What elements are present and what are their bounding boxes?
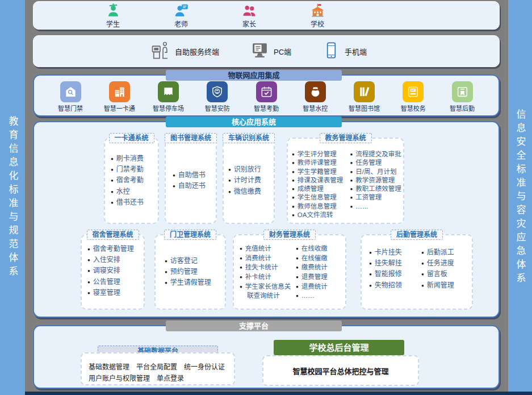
list-item: 缴费统计 <box>296 263 344 272</box>
list-item: 教学资源管理 <box>350 176 401 185</box>
iot-label: 智慧水控 <box>303 103 328 113</box>
list-item: …… <box>296 291 344 301</box>
list-item: 退费管理 <box>296 272 344 282</box>
list-item: 微信缴费 <box>228 186 261 197</box>
iot-label: 智慧校务 <box>401 103 426 113</box>
base-data-line: 用户账户与权限管理 单点登录 <box>89 373 227 382</box>
system-item-list: 自助借书自助还书 <box>173 170 206 192</box>
list-item: 消费统计 <box>240 253 296 263</box>
iot-label: 智慧图书馆 <box>349 103 380 113</box>
list-item: 自助借书 <box>173 170 206 181</box>
parents-icon <box>242 3 257 20</box>
user-item-student: 学生 <box>100 3 125 28</box>
core-panel: 核心应用系统 一卡通系统 刷卡消费门禁考勤宿舍考勤水控借书还书 图书管理系统 自… <box>33 121 500 318</box>
base-data-box: 基础数据管理 平台全局配置 统一身份认证 用户账户与权限管理 单点登录 <box>81 352 235 385</box>
left-sidebar-label: 教育信息化标准与规范体系 <box>6 116 20 280</box>
system-box-onecard: 一卡通系统 刷卡消费门禁考勤宿舍考勤水控借书还书 <box>104 138 159 224</box>
system-box-title: 后勤管理系统 <box>391 230 443 240</box>
system-box-title: 财务管理系统 <box>263 230 316 240</box>
list-item: 公告管理 <box>87 277 144 288</box>
list-item: 卡片挂失 <box>369 247 421 258</box>
right-sidebar: 信息安全标准与容灾应急体系 <box>508 0 532 395</box>
list-item: 识别放行 <box>228 164 261 175</box>
terminal-label: 手机端 <box>345 46 367 57</box>
iot-item-water-control: 智慧水控 <box>294 81 337 113</box>
list-item: 调寝安排 <box>87 265 144 276</box>
student-icon <box>106 3 121 20</box>
system-box-title: 一卡通系统 <box>108 133 154 143</box>
system-box-dorm: 宿舍管理系统 宿舍考勤管理入住安排调寝安排公告管理寝室管理 <box>81 234 145 310</box>
list-item: 日/周、月计划 <box>350 168 401 176</box>
list-item: 排课及课表管理 <box>292 176 350 185</box>
school-icon <box>310 3 325 20</box>
users-panel: 学生 老师 家长 学校 <box>33 1 500 30</box>
user-label: 老师 <box>174 20 188 28</box>
iot-label: 智慧安防 <box>205 103 230 113</box>
teacher-icon <box>174 3 189 20</box>
iot-item-onecard: 智慧一卡通 <box>98 81 141 113</box>
list-item: OA文件流转 <box>292 211 350 219</box>
system-item-list: 在线收缴在线催缴缴费统计退费管理退费统计…… <box>296 244 344 309</box>
user-label: 学校 <box>311 20 324 28</box>
admin-title: 学校总后台管理 <box>274 340 404 355</box>
iot-header: 物联网应用集成 <box>166 70 342 81</box>
list-item: 挂失卡统计 <box>240 263 296 272</box>
iot-item-school-affairs: 智慧校务 <box>392 81 435 113</box>
parking-icon <box>158 81 179 102</box>
kiosk-icon <box>150 40 170 63</box>
list-item: 自助还书 <box>173 181 206 192</box>
list-item: 学生信息管理 <box>292 193 350 202</box>
system-box-finance: 财务管理系统 充值统计消费统计挂失卡统计补卡统计学生家长信息关联查询统计 在线收… <box>233 234 346 310</box>
system-item-list: 学生评分管理教师评课管理学生学籍管理排课及课表管理成绩管理学生信息管理教师信息管… <box>292 150 350 221</box>
system-box-library: 图书管理系统 自助借书自助还书 <box>165 138 217 224</box>
list-item: 流程提交及审批 <box>350 150 401 159</box>
system-item-list: 刷卡消费门禁考勤宿舍考勤水控借书还书 <box>111 153 144 208</box>
system-box-title: 教务管理系统 <box>319 133 371 143</box>
list-item: 在线催缴 <box>296 253 344 263</box>
user-item-parents: 家长 <box>237 3 262 28</box>
list-item: 充值统计 <box>240 244 296 253</box>
iot-item-security: 智慧安防 <box>196 81 239 113</box>
logistics-icon <box>452 81 473 102</box>
school-affairs-icon <box>403 81 424 102</box>
iot-label: 智慧门禁 <box>58 103 83 113</box>
list-item: 教师评课管理 <box>292 159 350 167</box>
iot-item-attendance: 智慧考勤 <box>245 81 288 113</box>
terminals-panel: 自助服务终端 PC端 手机端 <box>33 35 500 67</box>
list-item: 门禁考勤 <box>111 164 144 175</box>
list-item: 入住安排 <box>87 255 144 265</box>
list-item: 在线收缴 <box>296 244 344 253</box>
terminal-item-mobile: 手机端 <box>322 41 367 61</box>
list-item: 计时计费 <box>228 175 261 186</box>
support-header: 支撑平台 <box>166 321 342 331</box>
list-item: 退费统计 <box>296 282 344 292</box>
system-box-vehicle: 车辆识别系统 识别放行计时计费微信缴费 <box>223 138 275 224</box>
list-item: 借书还书 <box>111 197 144 208</box>
admin-box: 智慧校园平台总体把控与管理 <box>262 355 419 386</box>
user-item-school: 学校 <box>305 3 330 28</box>
list-item: 补卡统计 <box>240 272 296 282</box>
list-item: 任务进度 <box>421 258 470 269</box>
list-item: 宿舍考勤 <box>111 175 144 186</box>
phone-icon <box>322 41 340 61</box>
iot-item-library: 智慧图书馆 <box>343 81 386 113</box>
list-item: 学生请假管理 <box>165 277 211 288</box>
system-item-list: 后勤派工任务进度留言板新闻管理 <box>421 247 470 309</box>
list-item: 成绩管理 <box>292 185 350 193</box>
system-item-list: 宿舍考勤管理入住安排调寝安排公告管理寝室管理 <box>87 244 144 298</box>
system-item-list: 访客登记预约管理学生请假管理 <box>165 256 211 289</box>
list-item: 后勤派工 <box>421 247 470 258</box>
list-item: 失物招领 <box>369 280 421 291</box>
iot-item-parking: 智慧停车场 <box>147 81 190 113</box>
system-item-list: 卡片挂失挂失解挂智能报修失物招领 <box>369 247 421 309</box>
system-box-academic: 教务管理系统 学生评分管理教师评课管理学生学籍管理排课及课表管理成绩管理学生信息… <box>287 138 404 224</box>
list-item: 新闻管理 <box>421 280 470 291</box>
iot-item-logistics: 智慧后勤 <box>441 81 484 113</box>
list-item: 任务管理 <box>350 159 401 167</box>
terminal-item-kiosk: 自助服务终端 <box>150 40 219 63</box>
terminal-item-pc: PC端 <box>250 41 291 62</box>
iot-label: 智慧停车场 <box>153 103 184 113</box>
attendance-icon <box>256 81 277 102</box>
list-item: 学生评分管理 <box>292 150 350 159</box>
right-sidebar-label: 信息安全标准与容灾应急体系 <box>513 109 527 286</box>
